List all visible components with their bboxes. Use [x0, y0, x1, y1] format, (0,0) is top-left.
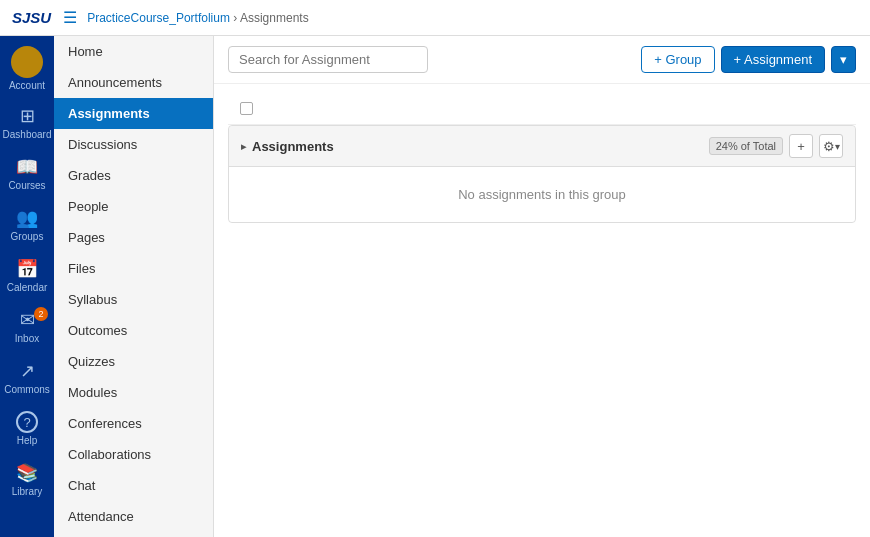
nav-label-calendar: Calendar [7, 282, 48, 293]
nav-item-courses[interactable]: 📖 Courses [0, 148, 54, 199]
inbox-badge: 2 [34, 307, 48, 321]
sidebar-item-attendance[interactable]: Attendance [54, 501, 213, 532]
breadcrumb-course-link[interactable]: PracticeCourse_Portfolium [87, 11, 230, 25]
add-group-button[interactable]: + Group [641, 46, 714, 73]
assignment-group: ▸ Assignments 24% of Total + ⚙ ▾ No assi… [228, 125, 856, 223]
nav-label-commons: Commons [4, 384, 50, 395]
assignment-group-title: ▸ Assignments [241, 139, 709, 154]
sidebar-item-chat[interactable]: Chat [54, 470, 213, 501]
sidebar-item-quizzes[interactable]: Quizzes [54, 346, 213, 377]
nav-label-courses: Courses [8, 180, 45, 191]
main-layout: Account ⊞ Dashboard 📖 Courses 👥 Groups 📅… [0, 36, 870, 537]
calendar-icon: 📅 [16, 258, 38, 280]
search-input[interactable] [228, 46, 428, 73]
left-nav: Account ⊞ Dashboard 📖 Courses 👥 Groups 📅… [0, 36, 54, 537]
nav-label-dashboard: Dashboard [3, 129, 52, 140]
header-buttons: + Group + Assignment ▾ [641, 46, 856, 73]
assignment-group-header: ▸ Assignments 24% of Total + ⚙ ▾ [229, 126, 855, 167]
settings-button[interactable]: ▾ [831, 46, 856, 73]
commons-icon: ↗ [20, 360, 35, 382]
help-icon: ? [16, 411, 38, 433]
topbar: SJSU ☰ PracticeCourse_Portfolium › Assig… [0, 0, 870, 36]
nav-label-inbox: Inbox [15, 333, 39, 344]
nav-item-help[interactable]: ? Help [0, 403, 54, 454]
sidebar-item-pages[interactable]: Pages [54, 222, 213, 253]
nav-item-library[interactable]: 📚 Library [0, 454, 54, 505]
sidebar-item-people[interactable]: People [54, 191, 213, 222]
nav-label-account: Account [9, 80, 45, 91]
nav-item-account[interactable]: Account [0, 40, 54, 97]
checkbox-row [228, 96, 856, 125]
sidebar-item-syllabus[interactable]: Syllabus [54, 284, 213, 315]
dashboard-icon: ⊞ [20, 105, 35, 127]
sidebar-item-assignments[interactable]: Assignments [54, 98, 213, 129]
sidebar-item-discussions[interactable]: Discussions [54, 129, 213, 160]
sidebar-item-conferences[interactable]: Conferences [54, 408, 213, 439]
group-meta: 24% of Total + ⚙ ▾ [709, 134, 843, 158]
expand-triangle-icon[interactable]: ▸ [241, 141, 246, 152]
avatar [11, 46, 43, 78]
sidebar-item-collaborations[interactable]: Collaborations [54, 439, 213, 470]
add-assignment-group-button[interactable]: + [789, 134, 813, 158]
groups-icon: 👥 [16, 207, 38, 229]
breadcrumb: PracticeCourse_Portfolium › Assignments [87, 11, 308, 25]
nav-item-calendar[interactable]: 📅 Calendar [0, 250, 54, 301]
hamburger-icon[interactable]: ☰ [63, 8, 77, 27]
library-icon: 📚 [16, 462, 38, 484]
nav-item-groups[interactable]: 👥 Groups [0, 199, 54, 250]
group-settings-dropdown-icon: ▾ [835, 141, 840, 152]
select-all-checkbox[interactable] [240, 102, 253, 115]
content-area: + Group + Assignment ▾ ▸ Assignments 2 [214, 36, 870, 537]
courses-icon: 📖 [16, 156, 38, 178]
sidebar-item-grades[interactable]: Grades [54, 160, 213, 191]
sidebar-item-announcements[interactable]: Announcements [54, 67, 213, 98]
assignments-area: ▸ Assignments 24% of Total + ⚙ ▾ No assi… [214, 84, 870, 537]
percent-badge: 24% of Total [709, 137, 783, 155]
group-settings-icon: ⚙ [823, 139, 835, 154]
assignment-group-name: Assignments [252, 139, 334, 154]
sidebar-item-outcomes[interactable]: Outcomes [54, 315, 213, 346]
sidebar-item-home[interactable]: Home [54, 36, 213, 67]
nav-item-dashboard[interactable]: ⊞ Dashboard [0, 97, 54, 148]
nav-label-help: Help [17, 435, 38, 446]
nav-item-commons[interactable]: ↗ Commons [0, 352, 54, 403]
nav-label-groups: Groups [11, 231, 44, 242]
assignment-empty-message: No assignments in this group [229, 167, 855, 222]
content-header: + Group + Assignment ▾ [214, 36, 870, 84]
sjsu-logo: SJSU [12, 9, 51, 26]
nav-label-library: Library [12, 486, 43, 497]
group-settings-button[interactable]: ⚙ ▾ [819, 134, 843, 158]
add-assignment-button[interactable]: + Assignment [721, 46, 825, 73]
sidebar: Home Announcements Assignments Discussio… [54, 36, 214, 537]
breadcrumb-separator: › [233, 11, 240, 25]
breadcrumb-current: Assignments [240, 11, 309, 25]
sidebar-item-modules[interactable]: Modules [54, 377, 213, 408]
inbox-icon: ✉ [20, 309, 35, 331]
sidebar-item-blackboard[interactable]: Blackboard Collab... [54, 532, 213, 537]
sidebar-item-files[interactable]: Files [54, 253, 213, 284]
nav-item-inbox[interactable]: 2 ✉ Inbox [0, 301, 54, 352]
